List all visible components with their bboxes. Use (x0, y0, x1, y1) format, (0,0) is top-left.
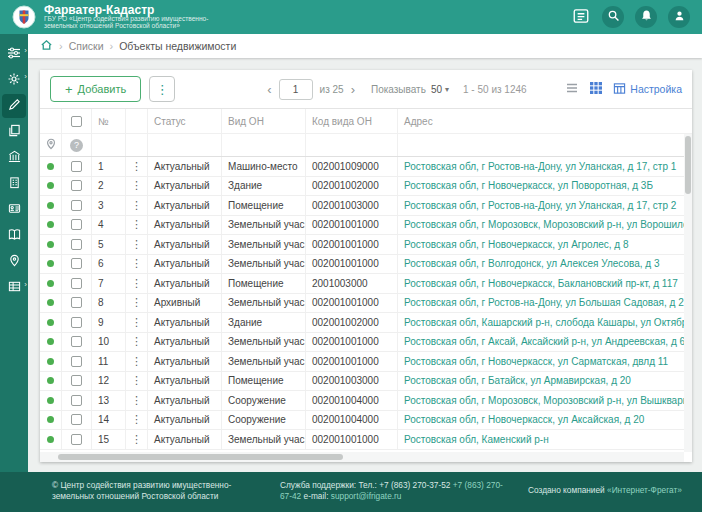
support-email-link[interactable]: support@ifrigate.ru (331, 491, 402, 501)
table-row[interactable]: 1 ⋮ Актуальный Машино-место 002001009000… (40, 157, 692, 177)
sidebar-item-lists[interactable]: › (2, 276, 26, 300)
support-label: Служба поддержки: Тел.: (280, 480, 377, 490)
horizontal-scrollbar-thumb[interactable] (58, 454, 343, 460)
table-row[interactable]: 3 ⋮ Актуальный Помещение 002001003000 Ро… (40, 196, 692, 216)
sidebar-item-edit[interactable] (2, 94, 26, 118)
bell-icon (640, 9, 653, 25)
row-menu-button[interactable]: ⋮ (131, 434, 142, 445)
notifications-button[interactable] (635, 6, 657, 28)
page-size-select[interactable]: 50 ▾ (431, 84, 449, 95)
row-menu-button[interactable]: ⋮ (131, 278, 142, 289)
add-button[interactable]: + Добавить (50, 76, 141, 102)
sidebar-item-map[interactable] (2, 250, 26, 274)
vertical-scrollbar[interactable] (684, 134, 692, 452)
row-menu-button[interactable]: ⋮ (131, 395, 142, 406)
row-menu-button[interactable]: ⋮ (131, 258, 142, 269)
sidebar-item-cards[interactable] (2, 198, 26, 222)
list-view-button[interactable] (565, 81, 579, 98)
row-menu-button[interactable]: ⋮ (131, 200, 142, 211)
table-row[interactable]: 2 ⋮ Актуальный Здание 002001002000 Росто… (40, 177, 692, 197)
vertical-scrollbar-thumb[interactable] (685, 136, 691, 194)
row-type: Земельный учас... (222, 352, 306, 371)
row-checkbox[interactable] (71, 278, 82, 289)
table-settings-button[interactable]: Настройка (613, 82, 682, 97)
sidebar-item-settings[interactable]: › (2, 68, 26, 92)
row-checkbox[interactable] (71, 434, 82, 445)
row-menu-button[interactable]: ⋮ (131, 317, 142, 328)
sidebar-item-objects[interactable] (2, 172, 26, 196)
row-address: Ростовская обл, г Ростов-на-Дону, ул Бол… (398, 294, 692, 313)
row-number: 8 (92, 294, 126, 313)
status-dot-icon (47, 377, 54, 384)
row-checkbox[interactable] (71, 258, 82, 269)
sidebar-item-bank[interactable] (2, 146, 26, 170)
row-menu-button[interactable]: ⋮ (131, 375, 142, 386)
row-checkbox[interactable] (71, 336, 82, 347)
table-row[interactable]: 12 ⋮ Актуальный Помещение 002001003000 Р… (40, 372, 692, 392)
toolbar-menu-button[interactable]: ⋮ (149, 76, 175, 102)
home-button[interactable] (40, 38, 53, 54)
row-number: 12 (92, 372, 126, 391)
grid-view-button[interactable] (589, 81, 603, 98)
breadcrumb-item-lists[interactable]: Списки (69, 40, 104, 52)
row-checkbox[interactable] (71, 395, 82, 406)
row-menu-button[interactable]: ⋮ (131, 356, 142, 367)
table-row[interactable]: 4 ⋮ Актуальный Земельный учас... 0020010… (40, 216, 692, 236)
row-code: 002001001000 (306, 352, 398, 371)
row-address: Ростовская обл, г Новочеркасск, ул Агрол… (398, 235, 692, 254)
row-checkbox[interactable] (71, 375, 82, 386)
table-row[interactable]: 7 ⋮ Актуальный Помещение 2001003000 Рост… (40, 274, 692, 294)
table-row[interactable]: 8 ⋮ Архивный Земельный учас... 002001001… (40, 294, 692, 314)
table-row[interactable]: 15 ⋮ Актуальный Земельный учас... 002001… (40, 430, 692, 450)
status-dot-icon (47, 416, 54, 423)
row-address: Ростовская обл, г Волгодонск, ул Алексея… (398, 255, 692, 274)
row-menu-button[interactable]: ⋮ (131, 219, 142, 230)
row-checkbox[interactable] (71, 200, 82, 211)
row-menu-button[interactable]: ⋮ (131, 180, 142, 191)
row-status: Архивный (148, 294, 222, 313)
chevron-right-icon: › (24, 73, 27, 81)
sidebar-item-registry[interactable] (2, 120, 26, 144)
row-code: 002001004000 (306, 411, 398, 430)
row-menu-button[interactable]: ⋮ (131, 239, 142, 250)
row-checkbox[interactable] (71, 414, 82, 425)
row-checkbox[interactable] (71, 317, 82, 328)
prev-page-button[interactable]: ‹ (267, 83, 271, 96)
row-checkbox[interactable] (71, 180, 82, 191)
row-code: 002001003000 (306, 196, 398, 215)
col-header-code: Код вида ОН (306, 109, 398, 133)
row-checkbox[interactable] (71, 219, 82, 230)
select-all-checkbox[interactable] (71, 116, 82, 127)
search-button[interactable] (602, 6, 624, 28)
row-checkbox[interactable] (71, 356, 82, 367)
table-row[interactable]: 13 ⋮ Актуальный Сооружение 002001004000 … (40, 391, 692, 411)
row-menu-button[interactable]: ⋮ (131, 161, 142, 172)
sidebar-item-library[interactable] (2, 224, 26, 248)
row-menu-button[interactable]: ⋮ (131, 297, 142, 308)
help-icon[interactable]: ? (70, 139, 83, 152)
table-row[interactable]: 10 ⋮ Актуальный Земельный учас... 002001… (40, 333, 692, 353)
sidebar-item-filters[interactable]: › (2, 42, 26, 66)
table-settings-icon (613, 82, 626, 97)
table-header-row: № Статус Вид ОН Код вида ОН Адрес (40, 108, 692, 134)
row-menu-button[interactable]: ⋮ (131, 336, 142, 347)
table-row[interactable]: 11 ⋮ Актуальный Земельный учас... 002001… (40, 352, 692, 372)
page-input[interactable] (279, 79, 313, 100)
feedback-button[interactable] (571, 7, 591, 27)
table-row[interactable]: 9 ⋮ Актуальный Здание 002001002000 Росто… (40, 313, 692, 333)
next-page-button[interactable]: › (351, 83, 355, 96)
row-menu-button[interactable]: ⋮ (131, 414, 142, 425)
chevron-down-icon: ▾ (445, 85, 449, 94)
row-checkbox[interactable] (71, 297, 82, 308)
row-checkbox[interactable] (71, 161, 82, 172)
row-checkbox[interactable] (71, 239, 82, 250)
row-status: Актуальный (148, 157, 222, 176)
horizontal-scrollbar[interactable] (40, 452, 684, 462)
geo-filter-button[interactable] (45, 138, 57, 153)
profile-button[interactable] (668, 6, 690, 28)
table-row[interactable]: 14 ⋮ Актуальный Сооружение 002001004000 … (40, 411, 692, 431)
table-row[interactable]: 5 ⋮ Актуальный Земельный учас... 0020010… (40, 235, 692, 255)
company-link[interactable]: «Интернет-Фрегат» (607, 485, 682, 495)
table-row[interactable]: 6 ⋮ Актуальный Земельный учас... 0020010… (40, 255, 692, 275)
row-status: Актуальный (148, 255, 222, 274)
